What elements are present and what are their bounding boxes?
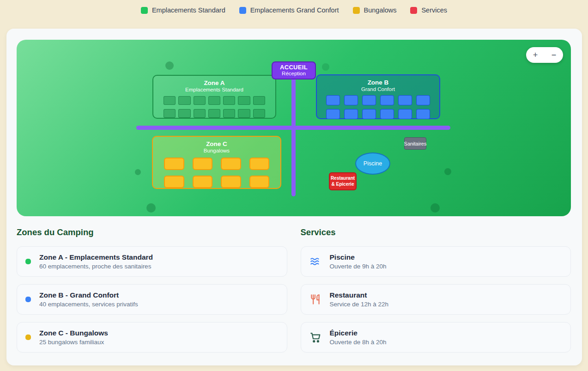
map-piscine[interactable]: Piscine: [355, 152, 390, 175]
list-item-subtitle: Ouverte de 8h à 20h: [330, 339, 387, 346]
services-color-swatch: [410, 7, 417, 14]
restaurant-label-line1: Restaurant: [330, 176, 356, 182]
zone-a-color-dot: [25, 259, 31, 264]
pitch-marker: [344, 95, 358, 105]
restaurant-list-item: Restaurant Service de 12h à 22h: [301, 284, 571, 315]
services-heading: Services: [301, 227, 571, 237]
pitch-marker: [362, 109, 376, 119]
pitch-marker: [164, 158, 184, 170]
list-item-title: Restaurant: [330, 291, 389, 299]
zone-c-list-item: Zone C - Bungalows 25 bungalows familiau…: [17, 322, 287, 353]
zone-c-color-dot: [25, 335, 31, 340]
pitch-marker: [249, 176, 270, 188]
info-section: Zones du Camping Zone A - Emplacements S…: [17, 227, 571, 360]
list-item-title: Zone A - Emplacements Standard: [39, 253, 153, 262]
map-zone-a[interactable]: Zone A Emplacements Standard: [152, 75, 276, 119]
pitch-marker: [253, 109, 265, 118]
zones-column: Zones du Camping Zone A - Emplacements S…: [17, 227, 287, 360]
pitch-marker: [253, 96, 265, 105]
utensils-icon: [309, 293, 321, 305]
zones-heading: Zones du Camping: [17, 227, 287, 237]
tree-marker: [165, 61, 174, 70]
legend-item-bungalows: Bungalows: [353, 6, 397, 14]
pitch-marker: [221, 176, 241, 188]
pitch-marker: [362, 95, 376, 105]
legend-item-standard: Emplacements Standard: [141, 6, 225, 14]
pitch-marker: [208, 109, 220, 118]
legend-item-services: Services: [410, 6, 447, 14]
restaurant-label-line2: & Epicerie: [330, 182, 356, 188]
legend-item-grand-confort: Emplacements Grand Confort: [239, 6, 339, 14]
tree-marker: [444, 168, 451, 175]
services-column: Services Piscine Ouverte de 9h à 20h: [301, 227, 571, 360]
pitch-marker: [208, 96, 220, 105]
zone-a-pitches: [153, 92, 275, 118]
tree-marker: [322, 63, 329, 71]
pitch-marker: [194, 96, 206, 105]
pitch-marker: [223, 109, 235, 118]
map-zone-c[interactable]: Zone C Bungalows: [152, 136, 281, 189]
piscine-list-item: Piscine Ouverte de 9h à 20h: [301, 246, 571, 277]
zone-a-list-item: Zone A - Emplacements Standard 60 emplac…: [17, 246, 287, 277]
epicerie-list-item: Épicerie Ouverte de 8h à 20h: [301, 322, 571, 353]
list-item-subtitle: 25 bungalows familiaux: [39, 339, 108, 346]
pitch-marker: [193, 176, 213, 188]
legend-label: Emplacements Grand Confort: [250, 6, 339, 14]
zone-b-list-item: Zone B - Grand Confort 40 emplacements, …: [17, 284, 287, 315]
zone-b-subtitle: Grand Confort: [317, 86, 439, 92]
camping-map[interactable]: Zone A Emplacements Standard ACCUEIL Réc…: [17, 40, 571, 216]
map-accueil-reception[interactable]: ACCUEIL Réception: [272, 61, 316, 79]
list-item-title: Épicerie: [330, 329, 387, 337]
pitch-marker: [326, 109, 340, 119]
cart-icon: [309, 331, 321, 343]
legend-label: Bungalows: [364, 6, 397, 14]
pitch-marker: [416, 95, 430, 105]
zone-a-subtitle: Emplacements Standard: [153, 87, 275, 92]
accueil-subtitle: Réception: [273, 71, 315, 76]
legend-label: Emplacements Standard: [152, 6, 225, 14]
map-zone-b[interactable]: Zone B Grand Confort: [316, 74, 440, 119]
map-legend: Emplacements Standard Emplacements Grand…: [0, 0, 588, 18]
bungalows-color-swatch: [353, 7, 360, 14]
zoom-in-button[interactable]: +: [526, 47, 545, 63]
zone-b-color-dot: [25, 297, 31, 302]
map-restaurant-epicerie[interactable]: Restaurant & Epicerie: [329, 172, 357, 190]
tree-marker: [430, 203, 440, 213]
pitch-marker: [238, 96, 250, 105]
zone-b-title: Zone B: [317, 79, 439, 86]
pitch-marker: [221, 158, 241, 170]
vertical-path: [291, 65, 296, 196]
list-item-title: Zone C - Bungalows: [39, 329, 108, 337]
zone-b-pitches: [317, 92, 439, 119]
pitch-marker: [249, 158, 270, 170]
pitch-marker: [238, 109, 250, 118]
pitch-marker: [194, 109, 206, 118]
tree-marker: [146, 203, 156, 213]
tree-marker: [135, 169, 141, 175]
map-zoom-controls: + −: [526, 47, 563, 63]
pitch-marker: [178, 96, 190, 105]
list-item-title: Zone B - Grand Confort: [39, 291, 138, 299]
pitch-marker: [164, 176, 184, 188]
pitch-marker: [164, 96, 176, 105]
pitch-marker: [380, 95, 394, 105]
zone-c-subtitle: Bungalows: [153, 148, 280, 153]
pitch-marker: [326, 95, 340, 105]
grand-confort-color-swatch: [239, 7, 246, 14]
main-card: Zone A Emplacements Standard ACCUEIL Réc…: [6, 29, 582, 365]
list-item-subtitle: Ouverte de 9h à 20h: [330, 263, 387, 270]
list-item-subtitle: Service de 12h à 22h: [330, 301, 389, 308]
pitch-marker: [193, 158, 213, 170]
pitch-marker: [380, 109, 394, 119]
list-item-subtitle: 40 emplacements, services privatifs: [39, 301, 138, 308]
zone-a-title: Zone A: [153, 79, 275, 86]
pitch-marker: [416, 109, 430, 119]
zoom-out-button[interactable]: −: [545, 47, 563, 63]
pitch-marker: [223, 96, 235, 105]
pitch-marker: [178, 109, 190, 118]
pitch-marker: [398, 95, 412, 105]
pitch-marker: [398, 109, 412, 119]
accueil-title: ACCUEIL: [273, 64, 315, 71]
standard-color-swatch: [141, 7, 148, 14]
map-sanitaires[interactable]: Sanitaires: [404, 137, 426, 150]
